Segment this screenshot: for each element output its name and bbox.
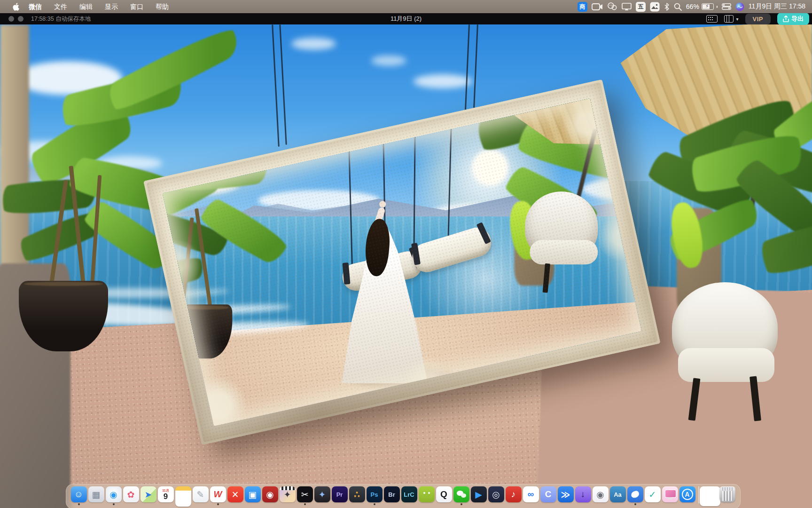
menu-bar: 微信 文件 编辑 显示 窗口 帮助 商 五 66% ⚡ <box>0 0 812 13</box>
menu-app-name[interactable]: 微信 <box>23 0 48 13</box>
spacer <box>669 503 671 505</box>
battery-percent: 66% <box>686 3 699 10</box>
safari-glyph: ◉ <box>109 489 117 500</box>
charging-bolt-icon: ⚡ <box>705 3 709 9</box>
launchpad-glyph: ▦ <box>92 489 101 500</box>
menu-window[interactable]: 窗口 <box>124 0 149 13</box>
dock-item-trash[interactable] <box>719 486 736 505</box>
dock-item-calendar[interactable]: 11月9 <box>157 486 174 505</box>
running-indicator <box>374 503 375 505</box>
running-indicator <box>461 503 462 505</box>
battery-indicator[interactable]: 66% ⚡ <box>686 3 718 10</box>
dock-item-wechat[interactable] <box>453 486 470 505</box>
apple-menu-icon[interactable] <box>8 3 23 11</box>
baidu-netdisk-icon: ∞ <box>523 486 539 502</box>
xmind-icon: ✕ <box>227 486 243 502</box>
dock-item-bridge[interactable]: Br <box>383 486 400 505</box>
calendar-glyph: 9 <box>164 492 168 501</box>
dock-item-xmind[interactable]: ✕ <box>226 486 244 505</box>
final-cut-pro-glyph: ✦ <box>284 489 291 500</box>
menu-bar-left: 微信 文件 编辑 显示 窗口 帮助 <box>0 0 175 13</box>
dock-item-eudic[interactable]: Aa <box>609 486 626 505</box>
menu-file[interactable]: 文件 <box>48 0 73 13</box>
calendar-icon: 11月9 <box>158 486 174 502</box>
spacer <box>234 503 236 505</box>
dock-item-downie[interactable]: ↓ <box>574 486 592 505</box>
dove-app-icon <box>627 486 643 502</box>
business-app-icon[interactable]: 商 <box>578 2 587 12</box>
dock-item-maps[interactable]: ➤ <box>140 486 157 505</box>
dock-item-aliyun-drive[interactable]: C <box>539 486 557 505</box>
running-indicator <box>634 503 636 505</box>
dock-item-video-player[interactable]: ▶ <box>470 486 487 505</box>
spacer <box>443 503 445 505</box>
menu-bar-clock[interactable]: 11月9日 周三 17:58 <box>749 2 805 11</box>
dock-item-textedit[interactable]: ✎ <box>192 486 209 505</box>
dock-item-netease-music[interactable]: ♪ <box>505 486 522 505</box>
title-bar-actions: ▾ VIP 导出 <box>706 13 812 25</box>
photoshop-glyph: Ps <box>371 491 378 498</box>
dock-item-motion[interactable]: ✦ <box>313 486 331 505</box>
export-button[interactable]: 导出 <box>777 13 809 25</box>
spacer <box>582 503 584 505</box>
sun <box>472 149 508 186</box>
siri-icon[interactable] <box>735 1 744 12</box>
spacer <box>391 503 393 505</box>
downie-icon: ↓ <box>575 486 591 502</box>
dock-item-app-store[interactable]: A <box>679 486 696 505</box>
dock-item-qq[interactable]: Q <box>435 486 453 505</box>
dock-item-photoshop[interactable]: Ps <box>366 486 383 505</box>
dock-item-v-note-app[interactable]: ✓ <box>644 486 661 505</box>
obs-studio-glyph: ◎ <box>492 489 500 500</box>
dock-item-davinci-resolve[interactable]: ∴ <box>348 486 366 505</box>
dock-item-notes[interactable] <box>174 486 192 508</box>
display-icon[interactable] <box>622 1 632 12</box>
bridge-icon: Br <box>384 486 400 502</box>
trash-icon <box>719 486 735 502</box>
bluetooth-icon[interactable] <box>664 1 670 12</box>
dock-item-camera-app[interactable]: ◉ <box>261 486 279 505</box>
dock-item-safari[interactable]: ◉ <box>105 486 122 505</box>
input-method-icon[interactable]: 五 <box>636 2 646 12</box>
dock-item-photos[interactable]: ✿ <box>122 486 140 505</box>
android-tool-icon <box>419 486 435 502</box>
baidu-netdisk-glyph: ∞ <box>528 489 534 500</box>
wechat-icon <box>453 486 469 502</box>
spacer <box>726 503 728 505</box>
photos-status-icon[interactable] <box>650 1 660 12</box>
dock-item-wps-office[interactable]: W <box>209 486 226 505</box>
spacer <box>547 503 549 505</box>
shortcut-keyboard-icon[interactable] <box>706 15 718 23</box>
dock-item-launchpad[interactable]: ▦ <box>87 486 105 505</box>
dock-item-cleanmymac[interactable] <box>661 486 679 505</box>
dock-item-baidu-netdisk[interactable]: ∞ <box>522 486 539 505</box>
dock-item-finder[interactable]: ☺ <box>70 486 87 505</box>
menu-bar-status: 商 五 66% ⚡ 11月9日 周三 17:58 <box>578 1 812 12</box>
dock-item-final-cut-pro[interactable]: ✦ <box>279 486 296 505</box>
v-note-app-glyph: ✓ <box>649 489 656 500</box>
dock-item-capcut[interactable]: ✂ <box>296 486 313 505</box>
dock-item-lightroom-classic[interactable]: LrC <box>400 486 418 505</box>
dock-item-keynote[interactable]: ▣ <box>244 486 261 505</box>
wechat-status-icon[interactable] <box>607 1 617 12</box>
search-icon[interactable] <box>674 1 682 12</box>
dock-divider <box>698 486 699 503</box>
chevron-down-icon[interactable]: ▾ <box>736 16 739 22</box>
menu-help[interactable]: 帮助 <box>149 0 175 13</box>
export-icon <box>783 16 789 22</box>
video-preview-canvas[interactable] <box>0 24 812 508</box>
dock-item-android-tool[interactable] <box>418 486 435 505</box>
spacer <box>426 503 428 505</box>
dock-item-premiere-pro[interactable]: Pr <box>331 486 348 505</box>
dock-item-xunlei[interactable]: ≫ <box>557 486 574 505</box>
control-center-icon[interactable] <box>722 1 731 12</box>
dock-item-minimized-window[interactable] <box>702 486 719 508</box>
menu-view[interactable]: 显示 <box>99 0 124 13</box>
vip-button[interactable]: VIP <box>745 14 771 24</box>
layout-columns-icon[interactable] <box>724 15 734 23</box>
dock-item-media-converter[interactable]: ◉ <box>592 486 609 505</box>
screen-record-icon[interactable] <box>592 1 603 12</box>
dock-item-obs-studio[interactable]: ◎ <box>487 486 505 505</box>
menu-edit[interactable]: 编辑 <box>73 0 99 13</box>
dock-item-dove-app[interactable] <box>626 486 644 505</box>
